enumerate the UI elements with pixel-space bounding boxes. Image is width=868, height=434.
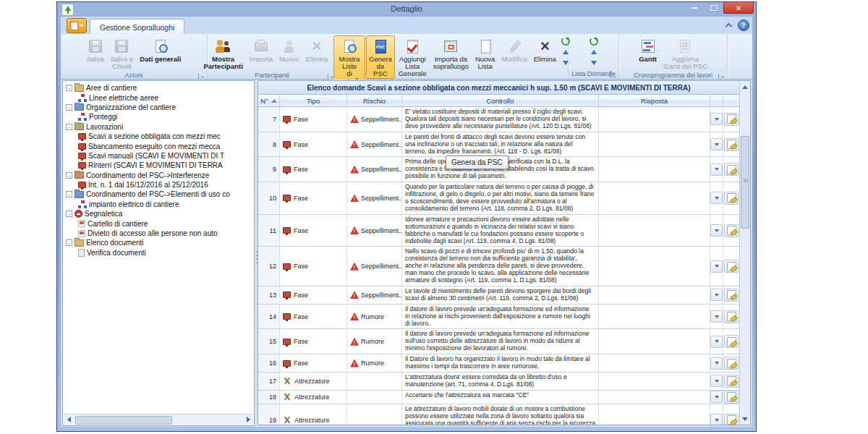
fase-icon: [78, 143, 86, 150]
expander-minus-icon[interactable]: -: [66, 191, 72, 197]
dropdown-button[interactable]: [710, 289, 723, 301]
cell-risposta[interactable]: [599, 373, 710, 390]
scroll-right-icon[interactable]: [243, 414, 253, 425]
tree-item[interactable]: Cartello di cantiere: [63, 218, 254, 228]
cell-risposta[interactable]: [599, 247, 710, 286]
note-button[interactable]: [724, 375, 739, 388]
nuova-lista-button[interactable]: Nuova Lista: [472, 35, 498, 72]
dropdown-button[interactable]: [710, 260, 723, 273]
refresh-arrow-button[interactable]: [588, 36, 600, 46]
up-arrow-button[interactable]: [588, 47, 600, 57]
expander-minus-icon[interactable]: -: [66, 210, 72, 217]
scroll-down-icon[interactable]: [740, 414, 750, 424]
tree-item[interactable]: -Aree di cantiere: [63, 83, 254, 93]
titlebar[interactable]: Dettaglio ×: [57, 2, 756, 17]
expander-minus-icon[interactable]: -: [66, 85, 72, 91]
dropdown-button[interactable]: [710, 310, 723, 323]
maximize-button[interactable]: [704, 2, 723, 13]
help-button[interactable]: ?: [738, 20, 749, 31]
dropdown-button[interactable]: [710, 357, 723, 370]
tree-item[interactable]: Ponteggi: [63, 112, 254, 122]
column-header-risposta[interactable]: Risposta: [599, 95, 710, 107]
cell-risposta[interactable]: [599, 286, 710, 304]
cell-risposta[interactable]: [599, 329, 710, 354]
tree-item[interactable]: impianto elettrico di cantiere: [63, 200, 254, 209]
cell-risposta[interactable]: [599, 391, 710, 404]
tree-item[interactable]: Int. n. 1 dal 16/12/2016 al 25/12/2016: [63, 180, 254, 190]
dropdown-button[interactable]: [710, 391, 723, 403]
cell-risposta[interactable]: [599, 215, 710, 247]
column-header-controllo[interactable]: Controllo: [402, 95, 599, 107]
tree-item[interactable]: Divieto di accesso alle persone non auto: [63, 229, 254, 238]
tree-item[interactable]: Linee elettriche aeree: [63, 93, 254, 102]
dropdown-button[interactable]: [710, 163, 723, 176]
elimina-lista-button[interactable]: Elimina: [531, 35, 559, 64]
tree-item[interactable]: Verifica documenti: [63, 248, 254, 258]
dropdown-button[interactable]: [710, 414, 723, 425]
dialog-launcher-icon[interactable]: [610, 71, 616, 77]
genera-da-psc-button[interactable]: Genera da PSC: [366, 35, 395, 79]
scroll-left-icon[interactable]: [64, 414, 74, 425]
importa-da-sopralluogo-button[interactable]: Importa da sopralluogo: [430, 35, 472, 72]
dropdown-button[interactable]: [710, 113, 723, 125]
tree-item[interactable]: Scavi manuali (SCAVI E MOVIMENTI DI T: [63, 151, 254, 161]
dropdown-button[interactable]: [710, 375, 723, 387]
cell-risposta[interactable]: [599, 182, 710, 214]
note-button[interactable]: [724, 113, 739, 126]
note-button[interactable]: [724, 357, 739, 370]
tree-horizontal-scrollbar[interactable]: [64, 414, 253, 425]
collapse-ribbon-icon[interactable]: [725, 22, 732, 28]
cell-risposta[interactable]: [599, 132, 710, 157]
note-button[interactable]: [724, 260, 739, 273]
dropdown-button[interactable]: [710, 336, 723, 348]
column-header-rischio[interactable]: Rischio: [347, 95, 402, 107]
tree-item[interactable]: -Coordinamento del PSC->Elementi di uso …: [63, 190, 254, 199]
tree-item[interactable]: -Coordinamento del PSC->Interferenze: [63, 171, 254, 180]
note-button[interactable]: [724, 391, 739, 404]
dati-generali-button[interactable]: Dati generali: [137, 35, 184, 64]
dropdown-button[interactable]: [710, 224, 723, 237]
tree-item[interactable]: Sbancamento eseguito con mezzi mecca: [63, 141, 254, 150]
tab-gestione-sopralluoghi[interactable]: Gestione Sopralluoghi: [90, 19, 184, 35]
tree-item[interactable]: -Segnaletica: [63, 209, 254, 218]
dropdown-button[interactable]: [710, 138, 723, 150]
dropdown-button[interactable]: [710, 192, 723, 204]
grid-body: 7FaseSeppelliment...E' vietato costituir…: [258, 107, 739, 425]
tree-item[interactable]: -Elenco documenti: [63, 238, 254, 247]
minimize-button[interactable]: [684, 2, 704, 13]
cell-risposta[interactable]: [599, 305, 710, 329]
cell-risposta[interactable]: [599, 404, 710, 425]
note-button[interactable]: [724, 224, 739, 237]
note-button[interactable]: [724, 335, 739, 348]
note-button[interactable]: [724, 414, 739, 425]
scroll-up-icon[interactable]: [740, 82, 750, 92]
close-button[interactable]: ×: [723, 2, 754, 14]
application-menu-button[interactable]: [67, 18, 87, 33]
expander-minus-icon[interactable]: -: [66, 124, 72, 130]
expander-minus-icon[interactable]: -: [66, 172, 72, 179]
note-button[interactable]: [724, 138, 739, 151]
cell-risposta[interactable]: [599, 107, 710, 132]
mostra-partecipanti-button[interactable]: Mostra Partecipanti: [200, 35, 245, 72]
note-button[interactable]: [724, 192, 739, 205]
tree-item[interactable]: -Lavorazioni: [63, 122, 254, 132]
expander-minus-icon[interactable]: -: [66, 104, 72, 111]
gantt-button[interactable]: Gantt: [636, 35, 660, 64]
aggiungi-lista-generale-button[interactable]: Aggiungi Lista Generale: [396, 35, 430, 79]
cell-risposta[interactable]: [599, 157, 710, 182]
tree-item[interactable]: Scavi a sezione obbligata con mezzi mec: [63, 132, 254, 141]
grid-scrollbar-thumb[interactable]: [741, 136, 749, 229]
mostra-liste-di-controllo-button[interactable]: Mostra Liste di controllo: [333, 35, 365, 86]
note-button[interactable]: [724, 289, 739, 302]
down-arrow-button[interactable]: [588, 58, 600, 68]
cell-risposta[interactable]: [599, 354, 710, 372]
note-button[interactable]: [724, 310, 739, 323]
tree-item[interactable]: Rinterri (SCAVI E MOVIMENTI DI TERRA: [63, 161, 254, 170]
column-header-n[interactable]: N°: [258, 95, 280, 107]
tree-scrollbar-thumb[interactable]: [75, 416, 172, 425]
tree-item[interactable]: -Organizzazione del cantiere: [63, 103, 254, 112]
grid-vertical-scrollbar[interactable]: [739, 81, 750, 425]
note-button[interactable]: [724, 163, 739, 176]
column-header-tipo[interactable]: Tipo: [280, 95, 347, 107]
expander-minus-icon[interactable]: -: [66, 239, 72, 246]
